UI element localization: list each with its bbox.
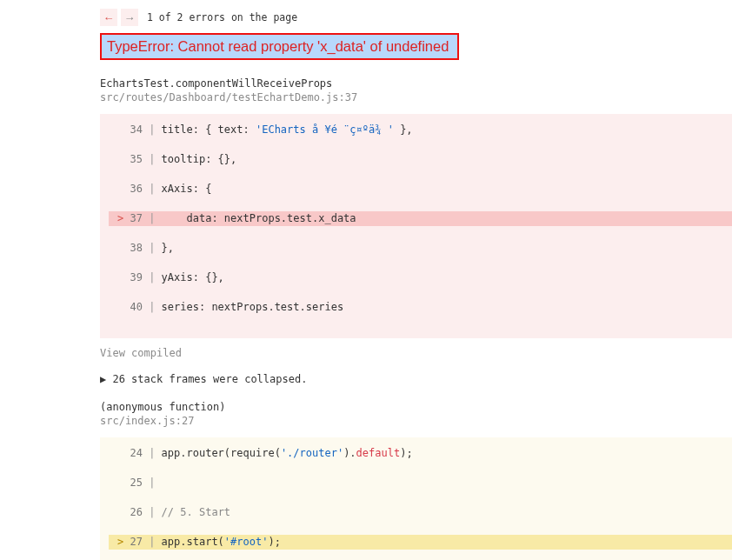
view-compiled-link[interactable]: View compiled	[100, 347, 732, 359]
next-error-button[interactable]: →	[121, 9, 138, 26]
code-snippet: 24 | app.router(require('./router').defa…	[100, 437, 732, 560]
source-location[interactable]: src/routes/Dashboard/testEchartDemo.js:3…	[100, 91, 732, 103]
source-location[interactable]: src/index.js:27	[100, 415, 732, 427]
error-nav: ← → 1 of 2 errors on the page	[100, 9, 732, 26]
code-line: 40 | series: nextProps.test.series	[109, 300, 732, 315]
code-line: > 27 | app.start('#root');	[109, 535, 732, 550]
error-title: TypeError: Cannot read property 'x_data'…	[100, 33, 459, 60]
code-line: 39 | yAxis: {},	[109, 270, 732, 285]
code-line: 24 | app.router(require('./router').defa…	[109, 446, 732, 461]
stack-frame-label: EchartsTest.componentWillReceiveProps	[100, 77, 732, 90]
collapsed-frames-toggle[interactable]: ▶ 26 stack frames were collapsed.	[100, 373, 732, 385]
code-line: 35 | tooltip: {},	[109, 152, 732, 167]
code-line: 25 |	[109, 476, 732, 490]
stack-frame-label: (anonymous function)	[100, 401, 732, 413]
code-line: 34 | title: { text: 'ECharts å ¥é ¨ç¤ºä¾…	[109, 123, 732, 137]
code-line: > 37 | data: nextProps.test.x_data	[109, 211, 732, 226]
prev-error-button[interactable]: ←	[100, 9, 117, 26]
code-line: 36 | xAxis: {	[109, 182, 732, 197]
code-line: 26 | // 5. Start	[109, 505, 732, 520]
code-line: 38 | },	[109, 241, 732, 256]
code-snippet: 34 | title: { text: 'ECharts å ¥é ¨ç¤ºä¾…	[100, 114, 732, 338]
error-count-label: 1 of 2 errors on the page	[147, 11, 297, 23]
